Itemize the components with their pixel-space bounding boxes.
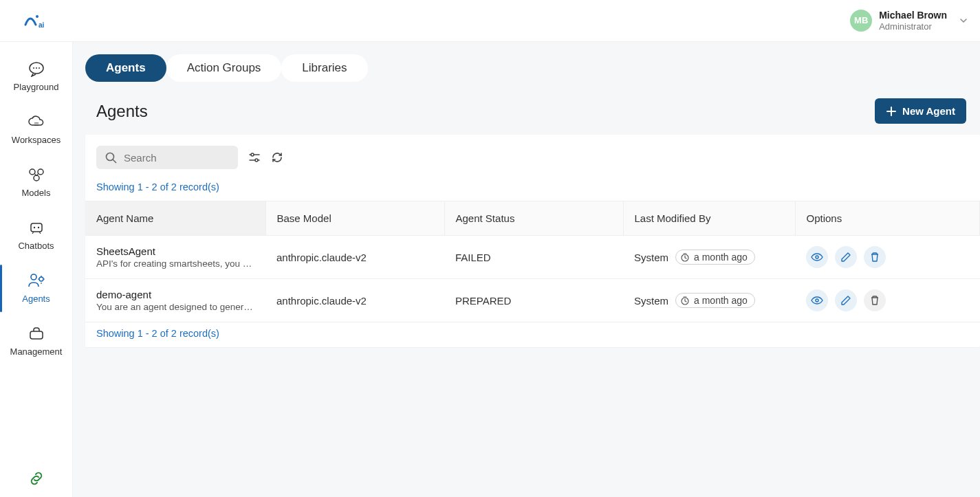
col-agent-status[interactable]: Agent Status (444, 201, 623, 236)
search-input-wrapper[interactable] (96, 146, 238, 169)
svg-text:ai: ai (39, 21, 45, 29)
refresh-icon (271, 151, 283, 164)
search-icon (105, 151, 117, 164)
agents-table: Agent Name Base Model Agent Status Last … (85, 201, 980, 322)
page-title: Agents (96, 102, 148, 121)
svg-point-8 (34, 175, 39, 181)
svg-point-4 (36, 67, 37, 69)
tab-agents[interactable]: Agents (85, 54, 166, 82)
sidebar-item-chatbots[interactable]: Chatbots (0, 209, 72, 262)
svg-rect-14 (30, 331, 43, 339)
svg-point-16 (251, 153, 254, 156)
tab-action-groups[interactable]: Action Groups (166, 54, 282, 82)
agent-name: demo-agent (96, 289, 254, 300)
modified-at-badge: a month ago (675, 293, 755, 308)
tab-libraries[interactable]: Libraries (281, 54, 367, 82)
trash-icon (869, 295, 880, 306)
clock-icon (680, 252, 690, 262)
table-row[interactable]: demo-agent You are an agent designed to … (85, 279, 980, 322)
sidebar-item-label: Agents (22, 294, 50, 304)
sidebar-item-label: Playground (14, 82, 59, 92)
sidebar-item-label: Models (22, 188, 51, 198)
sidebar-item-label: Management (10, 346, 63, 357)
models-icon (27, 166, 46, 184)
sliders-icon (248, 151, 261, 164)
content-area: Agents Action Groups Libraries Agents Ne… (73, 42, 980, 497)
base-model: anthropic.claude-v2 (265, 279, 444, 322)
sidebar-item-workspaces[interactable]: Workspaces (0, 103, 72, 156)
filter-button[interactable] (248, 151, 261, 164)
sidebar-item-playground[interactable]: Playground (0, 50, 72, 103)
svg-point-11 (37, 227, 39, 228)
delete-button[interactable] (864, 246, 886, 268)
tabs: Agents Action Groups Libraries (73, 42, 980, 82)
modified-by: System (634, 295, 668, 307)
view-button[interactable] (806, 246, 828, 268)
records-count-bottom: Showing 1 - 2 of 2 record(s) (85, 322, 980, 347)
user-menu[interactable]: MB Michael Brown Administrator (850, 10, 968, 32)
base-model: anthropic.claude-v2 (265, 236, 444, 279)
svg-point-12 (31, 274, 36, 280)
new-agent-button[interactable]: New Agent (875, 98, 966, 124)
agent-status: PREPARED (444, 279, 623, 322)
briefcase-icon (27, 324, 46, 342)
link-icon (27, 470, 46, 487)
svg-point-13 (39, 277, 43, 281)
edit-button[interactable] (835, 246, 857, 268)
user-role: Administrator (879, 21, 947, 32)
svg-point-7 (38, 169, 43, 175)
sidebar-item-label: Workspaces (12, 135, 61, 145)
sidebar-item-models[interactable]: Models (0, 156, 72, 209)
col-options: Options (795, 201, 980, 236)
search-input[interactable] (124, 152, 230, 164)
cloud-icon (27, 113, 46, 131)
modified-at-badge: a month ago (675, 250, 755, 265)
table-row[interactable]: SheetsAgent API's for creating smartshee… (85, 236, 980, 279)
svg-point-5 (39, 67, 40, 69)
agents-table-card: Showing 1 - 2 of 2 record(s) Agent Name … (85, 135, 980, 347)
sidebar-item-management[interactable]: Management (0, 315, 72, 368)
sidebar-item-link[interactable] (0, 460, 72, 490)
svg-point-21 (816, 299, 818, 302)
refresh-button[interactable] (271, 151, 283, 164)
agent-name: SheetsAgent (96, 245, 254, 257)
modified-by: System (634, 252, 668, 263)
sidebar: Playground Workspaces Models Chatbots (0, 42, 73, 497)
pencil-icon (840, 252, 851, 263)
app-logo: ai (23, 11, 51, 30)
svg-point-0 (36, 15, 39, 18)
chevron-down-icon (959, 16, 968, 25)
svg-point-17 (255, 159, 258, 162)
col-last-modified[interactable]: Last Modified By (623, 201, 795, 236)
eye-icon (811, 296, 823, 305)
svg-point-19 (816, 256, 818, 258)
pencil-icon (840, 295, 851, 306)
agent-status: FAILED (444, 236, 623, 279)
sidebar-item-agents[interactable]: Agents (0, 262, 72, 315)
logo-icon: ai (23, 11, 51, 30)
agent-desc: API's for creating smartsheets, you ha… (96, 258, 254, 269)
sidebar-item-label: Chatbots (18, 241, 54, 251)
records-count-top: Showing 1 - 2 of 2 record(s) (85, 176, 980, 201)
col-agent-name[interactable]: Agent Name (85, 201, 265, 236)
svg-point-15 (107, 153, 114, 161)
col-base-model[interactable]: Base Model (265, 201, 444, 236)
agents-icon (27, 272, 46, 289)
view-button[interactable] (806, 289, 828, 311)
delete-button[interactable] (864, 289, 886, 311)
edit-button[interactable] (835, 289, 857, 311)
bot-icon (27, 219, 46, 236)
agent-desc: You are an agent designed to generate… (96, 302, 254, 312)
app-header: ai MB Michael Brown Administrator (0, 0, 980, 42)
trash-icon (869, 252, 880, 263)
chat-icon (27, 60, 46, 78)
svg-point-3 (33, 67, 34, 69)
plus-icon (886, 106, 897, 117)
avatar: MB (850, 10, 872, 32)
eye-icon (811, 252, 823, 262)
svg-point-10 (33, 227, 34, 228)
svg-point-6 (30, 169, 35, 175)
svg-rect-9 (31, 223, 42, 232)
clock-icon (680, 296, 690, 305)
user-name: Michael Brown (879, 10, 947, 21)
